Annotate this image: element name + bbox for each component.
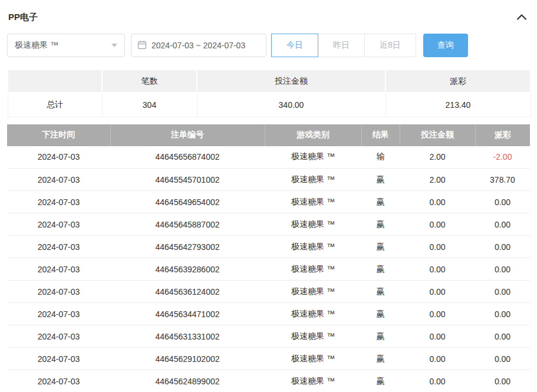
cell-result: 赢 (361, 325, 400, 348)
summary-header-bet: 投注金额 (197, 70, 386, 93)
search-button[interactable]: 查询 (423, 34, 468, 57)
date-range-picker[interactable]: 2024-07-03 ~ 2024-07-03 (131, 34, 266, 57)
summary-header-row: 笔数 投注金额 派彩 (8, 70, 531, 93)
summary-header-blank (8, 70, 102, 93)
cell-bet-amount: 0.00 (400, 258, 475, 281)
cell-game-type: 极速糖果 ™ (265, 258, 361, 281)
cell-game-type: 极速糖果 ™ (265, 213, 361, 236)
report-panel: PP电子 极速糖果 ™ 2024-07-03 ~ 2024-07-03 (0, 0, 537, 392)
game-select[interactable]: 极速糖果 ™ (7, 34, 125, 57)
cell-bet-time: 2024-07-03 (7, 325, 110, 348)
cell-result: 赢 (361, 236, 400, 258)
cell-game-type: 极速糖果 ™ (265, 281, 361, 303)
table-row: 2024-07-0344645636124002极速糖果 ™赢0.000.00 (7, 281, 530, 303)
cell-order-number: 44645624899002 (110, 370, 265, 392)
cell-bet-time: 2024-07-03 (7, 236, 110, 258)
bet-table-header-row: 下注时间 注单编号 游戏类别 结果 投注金额 派彩 (7, 124, 530, 146)
cell-game-type: 极速糖果 ™ (265, 236, 361, 258)
cell-result: 赢 (361, 213, 400, 236)
header-result: 结果 (361, 124, 400, 146)
table-row: 2024-07-0344645634471002极速糖果 ™赢0.000.00 (7, 303, 530, 325)
quick-yesterday-button[interactable]: 昨日 (318, 34, 365, 57)
quick-today-button[interactable]: 今日 (271, 34, 318, 57)
cell-bet-amount: 0.00 (400, 281, 475, 303)
cell-payout: 378.70 (475, 169, 530, 191)
panel-title: PP电子 (8, 12, 38, 23)
cell-payout: 0.00 (475, 213, 530, 236)
game-select-value: 极速糖果 ™ (15, 40, 58, 51)
cell-game-type: 极速糖果 ™ (265, 303, 361, 325)
cell-bet-amount: 0.00 (400, 213, 475, 236)
cell-result: 赢 (361, 281, 400, 303)
cell-bet-amount: 2.00 (400, 146, 475, 169)
cell-order-number: 44645642793002 (110, 236, 265, 258)
cell-bet-amount: 0.00 (400, 236, 475, 258)
header-payout: 派彩 (475, 124, 530, 146)
table-row: 2024-07-0344645631331002极速糖果 ™赢0.000.00 (7, 325, 530, 348)
cell-bet-time: 2024-07-03 (7, 348, 110, 370)
cell-order-number: 44645649654002 (110, 191, 265, 213)
cell-bet-amount: 0.00 (400, 303, 475, 325)
date-range-value: 2024-07-03 ~ 2024-07-03 (151, 41, 245, 50)
cell-bet-time: 2024-07-03 (7, 146, 110, 169)
quick-last8days-button[interactable]: 近8日 (364, 34, 416, 57)
cell-result: 赢 (361, 169, 400, 191)
cell-bet-time: 2024-07-03 (7, 213, 110, 236)
cell-bet-amount: 2.00 (400, 169, 475, 191)
cell-game-type: 极速糖果 ™ (265, 325, 361, 348)
summary-total-label: 总计 (8, 93, 102, 117)
cell-bet-time: 2024-07-03 (7, 281, 110, 303)
cell-bet-amount: 0.00 (400, 325, 475, 348)
table-row: 2024-07-0344645545701002极速糖果 ™赢2.00378.7… (7, 169, 530, 191)
chevron-down-icon (111, 44, 117, 47)
summary-total-count: 304 (102, 93, 197, 117)
header-game-type: 游戏类别 (265, 124, 361, 146)
cell-bet-time: 2024-07-03 (7, 370, 110, 392)
cell-payout: 0.00 (475, 303, 530, 325)
summary-total-payout: 213.40 (386, 93, 531, 117)
cell-payout: 0.00 (475, 236, 530, 258)
table-row: 2024-07-0344645639286002极速糖果 ™赢0.000.00 (7, 258, 530, 281)
cell-game-type: 极速糖果 ™ (265, 348, 361, 370)
summary-total-bet: 340.00 (197, 93, 386, 117)
calendar-icon (137, 40, 147, 51)
cell-game-type: 极速糖果 ™ (265, 146, 361, 169)
cell-bet-amount: 0.00 (400, 191, 475, 213)
cell-game-type: 极速糖果 ™ (265, 370, 361, 392)
header-bet-time: 下注时间 (7, 124, 110, 146)
cell-result: 赢 (361, 191, 400, 213)
collapse-panel-button[interactable] (515, 11, 529, 24)
quick-range-group: 今日 昨日 近8日 (271, 34, 416, 57)
cell-bet-time: 2024-07-03 (7, 258, 110, 281)
panel-header: PP电子 (7, 0, 530, 28)
table-row: 2024-07-0344645656874002极速糖果 ™输2.00-2.00 (7, 146, 530, 169)
header-order-number: 注单编号 (110, 124, 265, 146)
table-row: 2024-07-0344645645887002极速糖果 ™赢0.000.00 (7, 213, 530, 236)
chevron-up-icon (517, 13, 526, 22)
cell-payout: 0.00 (475, 370, 530, 392)
cell-payout: 0.00 (475, 258, 530, 281)
filter-bar: 极速糖果 ™ 2024-07-03 ~ 2024-07-03 今日 昨日 近8日… (7, 34, 530, 57)
cell-result: 赢 (361, 258, 400, 281)
cell-payout: -2.00 (475, 146, 530, 169)
cell-order-number: 44645631331002 (110, 325, 265, 348)
cell-result: 输 (361, 146, 400, 169)
cell-bet-time: 2024-07-03 (7, 303, 110, 325)
table-row: 2024-07-0344645629102002极速糖果 ™赢0.000.00 (7, 348, 530, 370)
cell-payout: 0.00 (475, 325, 530, 348)
cell-order-number: 44645656874002 (110, 146, 265, 169)
cell-payout: 0.00 (475, 191, 530, 213)
cell-order-number: 44645545701002 (110, 169, 265, 191)
table-row: 2024-07-0344645624899002极速糖果 ™赢0.000.00 (7, 370, 530, 392)
summary-header-payout: 派彩 (386, 70, 531, 93)
table-row: 2024-07-0344645642793002极速糖果 ™赢0.000.00 (7, 236, 530, 258)
summary-table: 笔数 投注金额 派彩 总计 304 340.00 213.40 (7, 69, 531, 117)
cell-result: 赢 (361, 303, 400, 325)
cell-payout: 0.00 (475, 348, 530, 370)
cell-order-number: 44645636124002 (110, 281, 265, 303)
cell-bet-amount: 0.00 (400, 370, 475, 392)
cell-result: 赢 (361, 348, 400, 370)
table-row: 2024-07-0344645649654002极速糖果 ™赢0.000.00 (7, 191, 530, 213)
cell-payout: 0.00 (475, 281, 530, 303)
cell-game-type: 极速糖果 ™ (265, 191, 361, 213)
